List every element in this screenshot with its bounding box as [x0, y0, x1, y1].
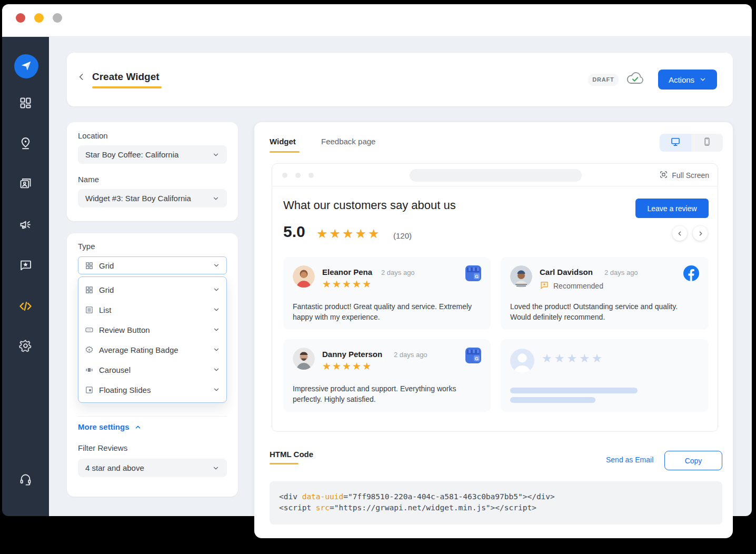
- browser-preview-frame: Full Screen What our customers say about…: [272, 163, 718, 432]
- location-icon: [18, 136, 33, 152]
- review-text: Loved the product! Outstanding service a…: [510, 301, 698, 323]
- maximize-window-button[interactable]: [53, 13, 62, 23]
- review-chat-icon: [18, 258, 33, 274]
- type-option-floating-slides[interactable]: Floating Slides: [78, 380, 226, 400]
- chevron-down-icon: [212, 464, 220, 472]
- sidebar-item-widgets[interactable]: [2, 296, 49, 318]
- actions-button-label: Actions: [669, 75, 694, 84]
- type-option-average-rating-badge[interactable]: Average Rating Badge: [78, 340, 226, 360]
- chevron-down-icon: [213, 346, 220, 353]
- sidebar-item-reviews[interactable]: [2, 255, 49, 276]
- address-bar-placeholder: [410, 169, 582, 182]
- sidebar: [2, 37, 49, 516]
- code-line: <div data-uuid="7ff98510-220a-404c-a581-…: [279, 492, 555, 501]
- review-stars: ★★★★★: [322, 278, 372, 290]
- sidebar-item-dashboard[interactable]: [2, 93, 49, 114]
- filter-reviews-select[interactable]: 4 star and above: [78, 459, 227, 477]
- type-dropdown-list: Grid List Review Button Average Rating B…: [78, 276, 227, 403]
- mobile-view-button[interactable]: [691, 134, 723, 152]
- html-code-title: HTML Code: [270, 450, 313, 459]
- svg-text:G: G: [475, 274, 479, 279]
- fullscreen-icon: [659, 170, 668, 181]
- copy-button[interactable]: Copy: [664, 451, 722, 470]
- name-select-value: Widget #3: Star Boy California: [85, 194, 191, 203]
- tab-underline: [270, 151, 300, 153]
- recommended-badge-icon: [540, 280, 549, 291]
- sidebar-item-locations[interactable]: [2, 133, 49, 154]
- location-select[interactable]: Star Boy Coffee: California: [78, 145, 227, 164]
- filter-reviews-label: Filter Reviews: [78, 443, 127, 452]
- title-underline: [92, 86, 162, 88]
- page-title: Create Widget: [92, 71, 160, 83]
- review-count: (120): [393, 231, 412, 240]
- skeleton-line: [510, 388, 638, 393]
- minimize-window-button[interactable]: [34, 13, 44, 23]
- review-card: Carl Davidson 2 days ago Recommended Lov…: [501, 257, 709, 330]
- browser-dot: [309, 173, 314, 178]
- chevron-down-icon: [212, 151, 220, 159]
- review-stars: ★★★★★: [322, 360, 372, 372]
- review-card: Eleanor Pena 2 days ago ★★★★★ G Fantasti…: [283, 257, 491, 330]
- browser-dot: [295, 173, 301, 178]
- reviewer-name: Danny Peterson: [322, 350, 382, 359]
- browser-chrome-bar: Full Screen: [272, 164, 718, 186]
- previous-reviews-button[interactable]: [672, 226, 687, 241]
- settings-icon: [18, 339, 33, 355]
- review-card: Danny Peterson 2 days ago ★★★★★ G Impres…: [283, 339, 491, 412]
- type-select[interactable]: Grid: [78, 256, 227, 274]
- widget-preview-panel: Widget Feedback page Full Screen: [254, 122, 733, 538]
- actions-button[interactable]: Actions: [658, 70, 717, 90]
- widget-heading: What our customers say about us: [283, 199, 456, 212]
- close-window-button[interactable]: [16, 13, 25, 23]
- next-reviews-button[interactable]: [693, 226, 708, 241]
- floating-slides-icon: [85, 385, 94, 394]
- chevron-down-icon: [213, 366, 220, 373]
- paper-plane-icon: [21, 60, 32, 73]
- status-badge: DRAFT: [588, 74, 619, 85]
- tab-feedback-page[interactable]: Feedback page: [321, 137, 375, 146]
- sidebar-item-settings[interactable]: [2, 336, 49, 357]
- review-time: 2 days ago: [394, 351, 427, 359]
- leave-review-button[interactable]: Leave a review: [635, 199, 709, 218]
- sidebar-item-campaigns[interactable]: [2, 215, 49, 236]
- google-business-icon: G: [465, 348, 481, 365]
- device-toggle: [660, 134, 723, 152]
- tab-widget[interactable]: Widget: [270, 137, 296, 146]
- type-option-label: Floating Slides: [99, 385, 151, 394]
- app-logo[interactable]: [14, 54, 38, 78]
- name-select[interactable]: Widget #3: Star Boy California: [78, 189, 227, 207]
- back-button[interactable]: [76, 72, 87, 84]
- type-option-list[interactable]: List: [78, 300, 226, 320]
- chevron-down-icon: [213, 286, 220, 293]
- grid-icon: [85, 261, 94, 270]
- recommended-row: Recommended: [540, 280, 603, 291]
- desktop-view-button[interactable]: [660, 134, 691, 152]
- location-select-value: Star Boy Coffee: California: [85, 150, 178, 159]
- megaphone-icon: [18, 217, 33, 234]
- dashboard-icon: [18, 96, 33, 112]
- avatar: [510, 265, 532, 288]
- type-option-label: Review Button: [99, 325, 150, 334]
- type-option-label: List: [99, 305, 111, 314]
- review-time: 2 days ago: [604, 269, 638, 276]
- embed-code-block[interactable]: <div data-uuid="7ff98510-220a-404c-a581-…: [270, 481, 722, 525]
- skeleton-line: [510, 397, 595, 403]
- fullscreen-button[interactable]: Full Screen: [659, 170, 709, 181]
- code-icon: [18, 299, 33, 315]
- grid-icon: [85, 285, 94, 294]
- location-label: Location: [78, 131, 108, 140]
- chevron-down-icon: [213, 386, 220, 393]
- desktop-icon: [670, 136, 681, 149]
- type-option-review-button[interactable]: Review Button: [78, 320, 226, 340]
- more-settings-toggle[interactable]: More settings: [78, 422, 142, 431]
- type-option-carousel[interactable]: Carousel: [78, 360, 226, 380]
- sidebar-item-contacts[interactable]: [2, 174, 49, 195]
- sidebar-item-support[interactable]: [2, 470, 49, 491]
- type-option-grid[interactable]: Grid: [78, 280, 226, 300]
- send-as-email-link[interactable]: Send as Email: [606, 456, 653, 464]
- review-button-icon: [85, 325, 94, 334]
- chevron-down-icon: [213, 326, 220, 333]
- recommended-label: Recommended: [553, 282, 603, 290]
- carousel-icon: [85, 365, 94, 374]
- type-option-label: Average Rating Badge: [99, 345, 178, 354]
